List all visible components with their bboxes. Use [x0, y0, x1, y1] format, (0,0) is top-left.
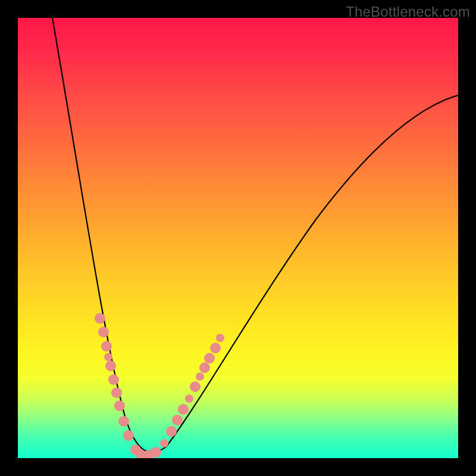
highlight-dot — [101, 341, 112, 352]
highlight-dot — [204, 353, 215, 364]
chart-svg — [18, 18, 458, 458]
highlight-dot — [178, 404, 189, 415]
highlight-dot — [210, 343, 221, 353]
highlight-dot — [196, 372, 204, 381]
highlight-dot — [199, 362, 210, 373]
highlight-dot — [190, 381, 201, 392]
highlight-dot — [166, 426, 177, 437]
highlight-dot — [172, 415, 183, 425]
highlight-dot — [185, 394, 193, 403]
highlight-dot — [160, 439, 168, 447]
highlight-dot — [151, 447, 161, 458]
highlight-dot — [114, 400, 125, 411]
plot-area — [18, 18, 458, 458]
watermark-text: TheBottleneck.com — [346, 4, 470, 20]
bottleneck-curve — [52, 18, 458, 452]
highlight-dot — [105, 361, 116, 371]
highlight-dot — [104, 353, 112, 361]
highlight-dot — [111, 387, 122, 398]
chart-frame: TheBottleneck.com — [0, 0, 476, 476]
highlight-dot — [216, 334, 224, 342]
highlight-dots-group — [95, 313, 224, 458]
highlight-dot — [95, 313, 105, 324]
highlight-dot — [123, 430, 134, 441]
highlight-dot — [108, 374, 119, 385]
highlight-dot — [98, 327, 109, 337]
highlight-dot — [118, 416, 129, 427]
